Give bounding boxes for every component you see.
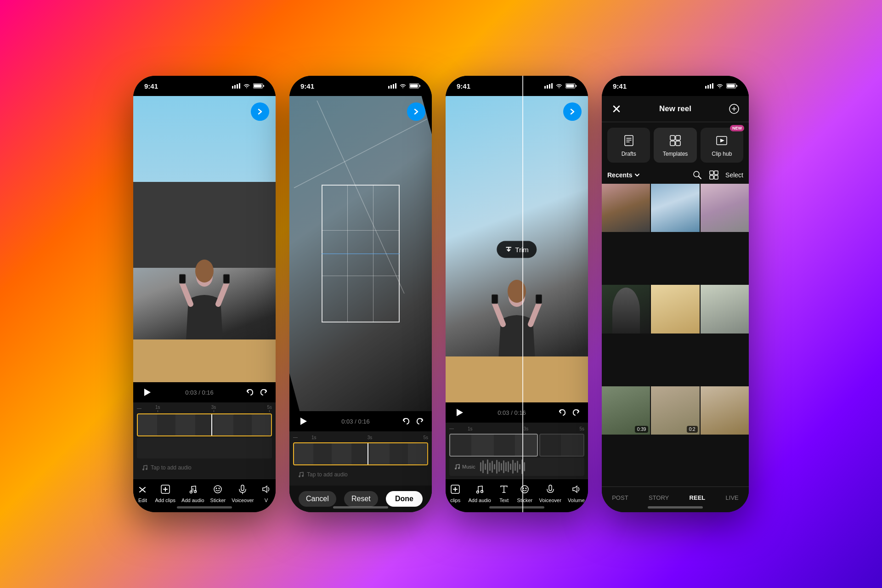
media-cell-9[interactable] (701, 386, 749, 435)
status-bar-2: 9:41 (289, 76, 432, 96)
svg-line-46 (531, 301, 540, 324)
svg-point-35 (302, 475, 304, 477)
person-thumb4 (612, 288, 640, 334)
toolbar3-voiceover[interactable]: Voiceover (539, 483, 561, 503)
redo-icon-1[interactable] (259, 388, 268, 397)
media-cell-7[interactable]: 0:39 (602, 386, 650, 435)
chevron-down-icon (634, 172, 640, 178)
close-button[interactable] (609, 102, 624, 116)
media-cell-1[interactable] (602, 184, 650, 232)
toolbar3-sticker[interactable]: Sticker (517, 483, 533, 503)
phone-3-screen: 9:41 (446, 76, 588, 512)
home-indicator-4 (648, 506, 703, 509)
svg-point-44 (508, 280, 526, 303)
svg-point-14 (142, 469, 144, 470)
toolbar-sticker[interactable]: Sticker (210, 483, 226, 503)
toolbar-voiceover-label: Voiceover (232, 498, 254, 503)
toolbar3-clips[interactable]: clips (449, 483, 462, 503)
video-preview-2 (289, 96, 432, 411)
audio-track-2[interactable]: Tap to add audio (293, 466, 428, 483)
toolbar-add-clips[interactable]: Add clips (155, 483, 175, 503)
svg-rect-22 (241, 485, 244, 491)
clips-icon-3 (449, 483, 462, 496)
wifi-icon-3 (555, 83, 563, 89)
drafts-option[interactable]: Drafts (607, 128, 650, 163)
ruler2-start (293, 437, 298, 438)
toolbar-sticker-label: Sticker (210, 498, 226, 503)
media-cell-4[interactable] (602, 285, 650, 333)
handles-svg (289, 96, 432, 411)
done-button[interactable]: Done (386, 491, 423, 507)
clip-hub-option[interactable]: NEW Clip hub (701, 128, 743, 163)
media-cell-2[interactable] (651, 184, 699, 232)
video-preview-1 (133, 96, 276, 382)
select-button[interactable]: Select (725, 171, 743, 179)
clip-track-2[interactable] (293, 442, 428, 465)
next-button-3[interactable] (563, 102, 582, 121)
svg-point-54 (481, 491, 483, 493)
search-icon[interactable] (692, 170, 702, 180)
svg-point-15 (146, 468, 147, 470)
frame2-1 (294, 443, 313, 464)
creation-options: Drafts Templates N (602, 122, 749, 166)
reset-button[interactable]: Reset (344, 491, 378, 507)
nav-reel[interactable]: REEL (684, 492, 711, 503)
nav-live[interactable]: LIVE (720, 492, 744, 503)
toolbar3-volume[interactable]: Volume (568, 483, 585, 503)
music-icon-1 (141, 464, 148, 471)
ruler2-3s: 3s (368, 435, 373, 440)
time-display-3: 0:03 / 0:16 (471, 409, 552, 416)
svg-point-56 (523, 488, 524, 489)
clip-a[interactable] (449, 434, 538, 457)
ruler-start (137, 408, 141, 409)
clip-track-1[interactable] (137, 413, 272, 436)
play-button-1[interactable] (141, 386, 153, 399)
frame-3 (176, 414, 195, 435)
grid-select-icon[interactable] (709, 170, 719, 180)
sparkle-button[interactable] (727, 102, 741, 116)
undo-icon-2[interactable] (401, 417, 411, 426)
redo-icon-2[interactable] (415, 417, 424, 426)
clip-b[interactable] (539, 434, 584, 457)
nav-story[interactable]: STORY (643, 492, 674, 503)
undo-icon-3[interactable] (558, 408, 567, 417)
phone-2-frame: 9:41 (289, 76, 432, 512)
svg-rect-6 (254, 85, 262, 88)
media-cell-8[interactable]: 0:2 (651, 386, 699, 435)
voiceover-icon (236, 483, 249, 496)
media-grid: 0:39 0:2 (602, 184, 749, 486)
play-button-2[interactable] (297, 415, 310, 428)
svg-rect-11 (179, 274, 186, 283)
undo-redo-2 (401, 417, 424, 426)
cancel-button[interactable]: Cancel (299, 491, 336, 507)
toolbar3-text[interactable]: Text (498, 483, 510, 503)
undo-icon-1[interactable] (245, 388, 254, 397)
svg-line-10 (218, 281, 227, 304)
svg-line-9 (181, 281, 191, 304)
svg-rect-37 (547, 85, 548, 89)
media-cell-5[interactable] (651, 285, 699, 333)
signal-icon-3 (544, 83, 553, 89)
toolbar-more[interactable]: V (260, 483, 272, 503)
add-clips-icon (159, 483, 172, 496)
toolbar-add-audio[interactable]: Add audio (181, 483, 204, 503)
svg-line-32 (294, 119, 427, 188)
next-button-2[interactable] (407, 102, 425, 121)
redo-icon-3[interactable] (571, 408, 581, 417)
next-button-1[interactable] (251, 102, 269, 121)
play-button-3[interactable] (453, 406, 466, 419)
toolbar-edit[interactable]: Edit (136, 483, 149, 503)
playhead-1 (211, 413, 212, 436)
nav-post[interactable]: POST (606, 492, 633, 503)
ruler3-3s: 3s (524, 426, 529, 431)
templates-option[interactable]: Templates (654, 128, 696, 163)
recents-label[interactable]: Recents (607, 171, 640, 179)
timeline-ruler-3: 1s 3s 5s (446, 424, 588, 433)
audio-track-1[interactable]: Tap to add audio (137, 459, 272, 476)
svg-line-31 (317, 101, 404, 294)
music-waveform[interactable]: Music (449, 458, 584, 476)
toolbar3-add-audio[interactable]: Add audio (468, 483, 491, 503)
toolbar-voiceover[interactable]: Voiceover (232, 483, 254, 503)
media-cell-6[interactable] (701, 285, 749, 333)
media-cell-3[interactable] (701, 184, 749, 232)
